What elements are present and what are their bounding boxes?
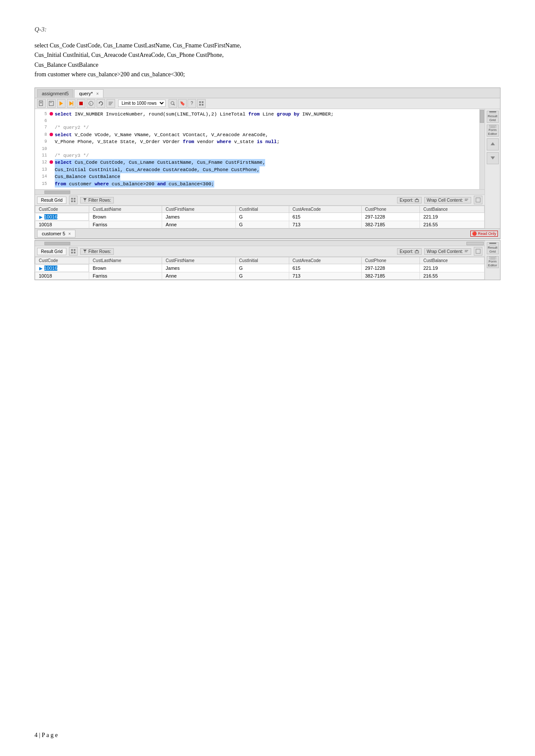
scroll-down-icon[interactable]	[487, 152, 499, 164]
col-custinitial: CustInitial	[235, 206, 289, 213]
form-editor-icon[interactable]: FormEditor	[487, 125, 499, 137]
cell-areacode: 615	[289, 213, 361, 221]
cell-areacode: 713	[289, 221, 361, 228]
col-custlastname: CustLastName	[89, 206, 162, 213]
col2-custareacode: CustAreaCode	[289, 257, 361, 264]
table2-row[interactable]: 10018 Farriss Anne G 713 382-7185 216.55	[35, 272, 485, 280]
workbench-window: assignment5 query* × i	[34, 87, 501, 240]
svg-rect-18	[202, 101, 203, 103]
editor-line-5: 5 select INV_NUMBER InvoiceNumber, round…	[38, 111, 482, 118]
svg-rect-42	[71, 252, 73, 253]
cell2-firstname: James	[162, 264, 235, 272]
tab-assignment5[interactable]: assignment5	[37, 89, 73, 97]
cell-balance: 216.55	[419, 221, 484, 228]
svg-rect-31	[476, 198, 480, 202]
grid-view-btn[interactable]	[69, 196, 78, 204]
svg-rect-19	[199, 104, 201, 106]
col-custcode: CustCode	[35, 206, 89, 213]
refresh-btn[interactable]	[97, 99, 105, 108]
export-label: Export:	[400, 198, 413, 203]
col2-custcode: CustCode	[35, 257, 89, 264]
format-btn[interactable]	[106, 99, 115, 108]
read-only-badge: 🔴 Read Only	[470, 231, 498, 237]
sql-description: select Cus_Code CustCode, Cus_Lname Cust…	[34, 41, 501, 80]
bottom-tab-customer5[interactable]: customer 5 ×	[37, 230, 75, 237]
data-table-1: CustCode CustLastName CustFirstName Cust…	[35, 206, 485, 228]
cell2-code: ▶10016	[35, 264, 89, 272]
bottom-tab-close[interactable]: ×	[68, 231, 71, 236]
bookmark-btn[interactable]: 🔖	[178, 99, 187, 108]
cell-firstname: Anne	[162, 221, 235, 228]
svg-rect-43	[74, 252, 75, 253]
editor-line-7: 7 /* query2 */	[38, 124, 482, 131]
table2-row[interactable]: ▶10016 Brown James G 615 297-1228 221.19	[35, 264, 485, 272]
svg-rect-24	[74, 200, 75, 202]
results-panel-2-main: Result Grid Filter Rows: Export: Wrap Ce…	[35, 241, 500, 280]
cell-initial: G	[235, 213, 289, 221]
workbench-sidebar-right: ResultGrid FormEditor	[485, 109, 500, 229]
line-9-dot	[50, 140, 53, 143]
editor-h-scrollbar-thumb[interactable]	[44, 191, 70, 194]
cell2-areacode: 615	[289, 264, 361, 272]
code-editor[interactable]: 5 select INV_NUMBER InvoiceNumber, round…	[35, 109, 485, 190]
grid-view-btn-2[interactable]	[69, 247, 78, 256]
editor-toolbar: i Limit to 1000 rows 🔖 ?	[35, 98, 500, 109]
new-file-btn[interactable]	[37, 99, 46, 108]
cell-lastname: Farriss	[89, 221, 162, 228]
svg-line-16	[174, 104, 175, 105]
tab-query[interactable]: query* ×	[74, 89, 103, 98]
form-editor-icon-2[interactable]: FormEditor	[487, 256, 499, 268]
table-row[interactable]: 10018 Farriss Anne G 713 382-7185 216.55	[35, 221, 485, 228]
execute-current-btn[interactable]	[67, 99, 75, 108]
cell2-initial: G	[235, 264, 289, 272]
scroll-up-icon[interactable]	[487, 138, 499, 150]
editor-line-15: 15 from customer where cus_balance>200 a…	[38, 181, 482, 188]
export-btn-2[interactable]: Export:	[397, 248, 422, 255]
line-13-dot	[50, 168, 53, 171]
result-grid-tab-2[interactable]: Result Grid	[37, 248, 66, 255]
data-table-1-container: CustCode CustLastName CustFirstName Cust…	[35, 206, 485, 228]
filter-rows-btn[interactable]: Filter Rows:	[80, 197, 114, 203]
tab-query-close[interactable]: ×	[96, 91, 99, 96]
svg-rect-50	[476, 249, 480, 253]
results2-h-scrollbar-thumb[interactable]	[44, 242, 70, 245]
editor-h-scrollbar[interactable]	[35, 189, 485, 194]
stop-btn[interactable]	[77, 99, 85, 108]
limit-select[interactable]: Limit to 1000 rows	[118, 100, 166, 107]
editor-scrollbar[interactable]	[479, 109, 485, 190]
filter-rows-label: Filter Rows:	[88, 198, 111, 203]
cell2-code-2: 10018	[35, 272, 89, 280]
cell-arrow: ▶10016	[35, 213, 89, 221]
results2-h-scrollbar-right[interactable]	[466, 242, 484, 245]
col-custareacode: CustAreaCode	[289, 206, 361, 213]
svg-marker-5	[59, 101, 63, 106]
svg-text:i: i	[90, 102, 91, 106]
results2-h-scrollbar[interactable]	[35, 241, 485, 246]
grid-btn[interactable]	[197, 99, 206, 108]
wrap-cell-btn[interactable]: Wrap Cell Content:	[424, 197, 471, 203]
filter-rows-btn-2[interactable]: Filter Rows:	[80, 248, 114, 255]
wrap-cell-btn-2[interactable]: Wrap Cell Content:	[424, 248, 471, 255]
export-btn[interactable]: Export:	[397, 197, 422, 203]
cell-balance: 221.19	[419, 213, 484, 221]
svg-rect-4	[50, 101, 52, 103]
result-grid-icon-2[interactable]: ResultGrid	[487, 242, 499, 254]
editor-line-13: 13 Cus_Initial CustInitial, Cus_Areacode…	[38, 166, 482, 174]
line-6-dot	[50, 119, 53, 122]
editor-scrollbar-thumb[interactable]	[480, 110, 484, 123]
explain-btn[interactable]: i	[87, 99, 95, 108]
results2-tab-bar: Result Grid Filter Rows: Export: Wrap Ce…	[35, 246, 485, 257]
save-btn[interactable]	[47, 99, 56, 108]
execute-btn[interactable]	[57, 99, 66, 108]
svg-marker-47	[416, 250, 418, 251]
result-grid-tab[interactable]: Result Grid	[37, 197, 66, 204]
help-btn[interactable]: ?	[188, 99, 196, 108]
find-btn[interactable]	[169, 99, 177, 108]
results-fullscreen-btn[interactable]	[474, 196, 482, 204]
results2-fullscreen-btn[interactable]	[474, 247, 482, 256]
svg-marker-28	[416, 198, 418, 200]
line-12-dot	[50, 160, 53, 164]
result-grid-icon[interactable]: ResultGrid	[487, 111, 499, 123]
table-row[interactable]: ▶10016 Brown James G 615 297-1228 221.19	[35, 213, 485, 221]
cell2-firstname-2: Anne	[162, 272, 235, 280]
